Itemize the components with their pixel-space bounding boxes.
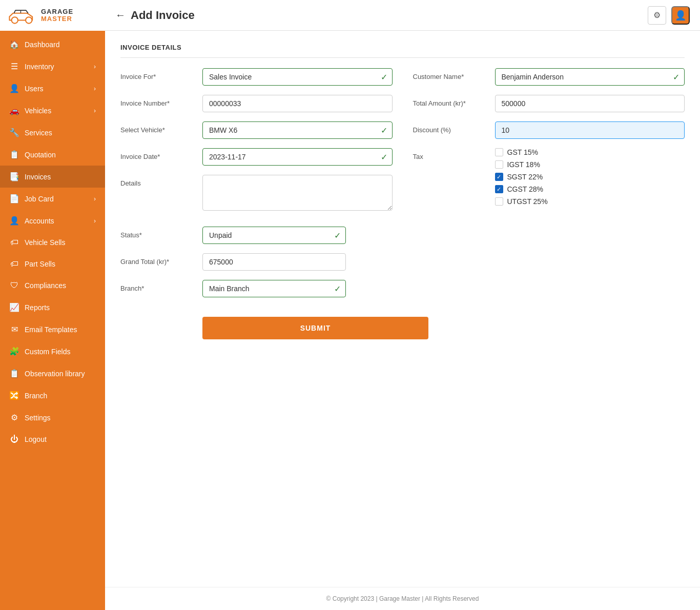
tax-igst18-checkbox[interactable] bbox=[495, 160, 503, 169]
user-avatar-button[interactable]: 👤 bbox=[671, 6, 690, 25]
sidebar-item-custom-fields[interactable]: 🧩 Custom Fields bbox=[0, 340, 105, 362]
page-title-area: ← Add Invoice bbox=[115, 9, 195, 22]
sidebar-item-vehicle-sells[interactable]: 🏷 Vehicle Sells bbox=[0, 232, 105, 253]
sidebar-item-services[interactable]: 🔧 Services bbox=[0, 121, 105, 144]
tax-cgst28-checkbox[interactable] bbox=[495, 185, 503, 193]
brand-master: MASTER bbox=[41, 15, 73, 23]
sidebar-item-vehicles[interactable]: 🚗 Vehicles › bbox=[0, 99, 105, 121]
sidebar-item-email-templates[interactable]: ✉ Email Templates bbox=[0, 318, 105, 340]
details-row: Details bbox=[120, 175, 393, 212]
sidebar-item-inventory[interactable]: ☰ Inventory › bbox=[0, 55, 105, 77]
invoice-date-label: Invoice Date* bbox=[120, 148, 202, 160]
sidebar-label-custom-fields: Custom Fields bbox=[25, 348, 70, 356]
details-label: Details bbox=[120, 175, 202, 187]
tax-cgst28-label: CGST 28% bbox=[507, 185, 544, 193]
invoice-date-row: Invoice Date* ✓ bbox=[120, 148, 393, 166]
total-amount-input[interactable] bbox=[495, 95, 685, 112]
sidebar-item-logout[interactable]: ⏻ Logout bbox=[0, 429, 105, 450]
sidebar-label-email-templates: Email Templates bbox=[25, 326, 77, 334]
header-actions: ⚙ 👤 bbox=[648, 6, 690, 25]
tax-utgst25-label: UTGST 25% bbox=[507, 197, 548, 206]
page-title: Add Invoice bbox=[131, 9, 195, 22]
observation-library-icon: 📋 bbox=[9, 369, 19, 378]
settings-icon: ⚙ bbox=[9, 413, 19, 422]
invoice-date-wrap: ✓ bbox=[202, 148, 393, 166]
tax-utgst25-checkbox[interactable] bbox=[495, 197, 503, 206]
vehicles-icon: 🚗 bbox=[9, 106, 19, 115]
grand-total-row: Grand Total (kr)* bbox=[120, 253, 685, 271]
sidebar-item-quotation[interactable]: 📋 Quotation bbox=[0, 144, 105, 166]
back-button[interactable]: ← bbox=[115, 9, 126, 21]
sidebar-item-invoices[interactable]: 📑 Invoices bbox=[0, 166, 105, 188]
sidebar-label-settings: Settings bbox=[25, 414, 51, 422]
sidebar-item-branch[interactable]: 🔀 Branch bbox=[0, 384, 105, 406]
job-card-icon: 📄 bbox=[9, 194, 19, 204]
invoice-number-row: Invoice Number* bbox=[120, 95, 393, 112]
grand-total-input[interactable] bbox=[202, 253, 346, 271]
sidebar-nav: 🏠 Dashboard ☰ Inventory › 👤 Users › 🚗 Ve… bbox=[0, 31, 105, 610]
sidebar-label-compliances: Compliances bbox=[25, 281, 66, 290]
invoice-for-select[interactable]: Sales Invoice bbox=[202, 68, 393, 86]
tax-igst18-label: IGST 18% bbox=[507, 160, 540, 169]
sidebar-label-part-sells: Part Sells bbox=[25, 260, 55, 268]
branch-select[interactable]: Main Branch bbox=[202, 280, 346, 297]
invoice-number-input[interactable] bbox=[202, 95, 393, 112]
grand-total-label: Grand Total (kr)* bbox=[120, 253, 202, 266]
sidebar-label-invoices: Invoices bbox=[25, 173, 51, 181]
customer-name-select[interactable]: Benjamin Anderson bbox=[495, 68, 685, 86]
total-amount-label: Total Amount (kr)* bbox=[413, 95, 495, 107]
sidebar-item-compliances[interactable]: 🛡 Compliances bbox=[0, 275, 105, 296]
accounts-icon: 👤 bbox=[9, 216, 19, 226]
tax-row: Tax GST 15% IGST 18% bbox=[413, 148, 685, 206]
invoice-for-row: Invoice For* Sales Invoice ✓ bbox=[120, 68, 393, 86]
logout-icon: ⏻ bbox=[9, 435, 19, 444]
discount-input[interactable] bbox=[495, 121, 685, 139]
sidebar-item-part-sells[interactable]: 🏷 Part Sells bbox=[0, 253, 105, 275]
select-vehicle-label: Select Vehicle* bbox=[120, 121, 202, 134]
sidebar-item-accounts[interactable]: 👤 Accounts › bbox=[0, 210, 105, 232]
invoice-date-input[interactable] bbox=[202, 148, 393, 166]
main-content: ← Add Invoice ⚙ 👤 INVOICE DETAILS Invoic… bbox=[105, 0, 700, 610]
services-icon: 🔧 bbox=[9, 128, 19, 137]
sidebar-item-job-card[interactable]: 📄 Job Card › bbox=[0, 188, 105, 210]
discount-row: Discount (%) bbox=[413, 121, 685, 139]
select-vehicle-wrap: BMW X6 ✓ bbox=[202, 121, 393, 139]
tax-gst15-checkbox[interactable] bbox=[495, 148, 503, 156]
inventory-icon: ☰ bbox=[9, 62, 19, 71]
sidebar-item-users[interactable]: 👤 Users › bbox=[0, 77, 105, 99]
sidebar-label-reports: Reports bbox=[25, 303, 50, 312]
status-row: Status* Unpaid ✓ bbox=[120, 227, 685, 244]
select-vehicle-select[interactable]: BMW X6 bbox=[202, 121, 393, 139]
sidebar-label-vehicles: Vehicles bbox=[25, 107, 51, 115]
tax-label: Tax bbox=[413, 148, 495, 160]
sidebar-label-vehicle-sells: Vehicle Sells bbox=[25, 238, 65, 247]
form-area: INVOICE DETAILS Invoice For* Sales Invoi… bbox=[105, 31, 700, 587]
details-textarea[interactable] bbox=[202, 175, 393, 211]
svg-point-1 bbox=[26, 17, 32, 23]
tax-sgst22[interactable]: SGST 22% bbox=[495, 173, 685, 181]
tax-gst15[interactable]: GST 15% bbox=[495, 148, 685, 156]
grand-total-wrap bbox=[202, 253, 346, 271]
tax-igst18[interactable]: IGST 18% bbox=[495, 160, 685, 169]
tax-cgst28[interactable]: CGST 28% bbox=[495, 185, 685, 193]
submit-area: SUBMIT bbox=[202, 307, 685, 339]
vehicles-arrow: › bbox=[94, 107, 96, 114]
sidebar-label-accounts: Accounts bbox=[25, 217, 54, 225]
status-select[interactable]: Unpaid bbox=[202, 227, 346, 244]
sidebar-label-services: Services bbox=[25, 129, 52, 137]
sidebar-item-reports[interactable]: 📈 Reports bbox=[0, 296, 105, 318]
vehicle-sells-icon: 🏷 bbox=[9, 238, 19, 247]
sidebar-item-dashboard[interactable]: 🏠 Dashboard bbox=[0, 33, 105, 55]
submit-button[interactable]: SUBMIT bbox=[202, 317, 428, 339]
customer-name-label: Customer Name* bbox=[413, 68, 495, 80]
tax-utgst25[interactable]: UTGST 25% bbox=[495, 197, 685, 206]
tax-wrap: GST 15% IGST 18% SGST 22% bbox=[495, 148, 685, 206]
sidebar-item-settings[interactable]: ⚙ Settings bbox=[0, 406, 105, 429]
sidebar-item-observation-library[interactable]: 📋 Observation library bbox=[0, 362, 105, 384]
status-wrap: Unpaid ✓ bbox=[202, 227, 346, 244]
top-header: ← Add Invoice ⚙ 👤 bbox=[105, 0, 700, 31]
tax-sgst22-checkbox[interactable] bbox=[495, 173, 503, 181]
customer-name-row: Customer Name* Benjamin Anderson ✓ bbox=[413, 68, 685, 86]
settings-button[interactable]: ⚙ bbox=[648, 6, 666, 25]
sidebar-label-logout: Logout bbox=[25, 435, 47, 443]
